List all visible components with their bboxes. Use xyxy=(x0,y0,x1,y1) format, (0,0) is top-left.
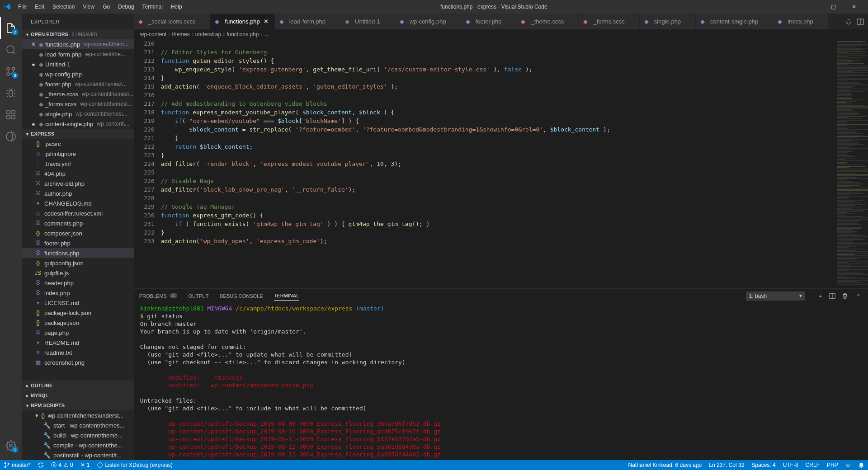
editor-tab[interactable]: ◆functions.php✕ xyxy=(210,14,274,29)
breadcrumb-segment[interactable]: themes xyxy=(172,31,189,38)
code-content[interactable]: // Editor Styles for Gutenbergfunction g… xyxy=(161,39,835,288)
menu-selection[interactable]: Selection xyxy=(49,2,78,12)
kill-terminal-icon[interactable] xyxy=(842,293,850,299)
editor-tab[interactable]: ◆_theme.scss✕ xyxy=(516,14,579,29)
editor-tab[interactable]: ◆_forms.scss✕ xyxy=(579,14,639,29)
file-tree-item[interactable]: ≡readme.txt xyxy=(22,348,134,357)
file-tree-item[interactable]: ▾CHANGELOG.md xyxy=(22,198,134,208)
git-branch-status[interactable]: master* xyxy=(0,460,34,470)
outline-header[interactable]: ▸ OUTLINE xyxy=(22,381,134,390)
cursor-position-status[interactable]: Ln 237, Col 32 xyxy=(705,462,748,468)
source-control-activity[interactable]: 8 xyxy=(0,61,22,82)
open-changes-icon[interactable] xyxy=(844,17,854,27)
file-tree-item[interactable]: ▦screenshot.png xyxy=(22,357,134,367)
npm-script-item[interactable]: 🔧build - wp-content/theme... xyxy=(22,430,134,440)
editor-tab[interactable]: ◆lead-form.php✕ xyxy=(275,14,340,29)
close-tab-icon[interactable]: ✕ xyxy=(263,18,270,25)
file-tree-item[interactable]: ◇.jshintignore xyxy=(22,149,134,159)
remote-activity[interactable] xyxy=(0,126,22,147)
git-blame-status[interactable]: Nathaniel Kinkead, 6 days ago xyxy=(624,462,705,468)
breadcrumb-segment[interactable]: understrap xyxy=(195,31,221,38)
close-icon[interactable]: ✕ xyxy=(30,41,37,48)
project-header[interactable]: ▾ EXPRESS xyxy=(22,129,134,139)
file-tree-item[interactable]: {}.jscsrc xyxy=(22,139,134,149)
file-tree-item[interactable]: !.travis.yml xyxy=(22,159,134,169)
mysql-header[interactable]: ▸ MYSQL xyxy=(22,390,134,400)
file-tree-item[interactable]: ▾LICENSE.md xyxy=(22,298,134,308)
code-editor[interactable]: 2102112122132142152162172182192202212222… xyxy=(134,39,868,288)
file-tree-item[interactable]: {}package.json xyxy=(22,318,134,328)
open-editor-item[interactable]: ◆lead-form.phpwp-content\the... xyxy=(22,49,134,59)
breadcrumb-segment[interactable]: functions.php xyxy=(226,31,259,38)
search-activity[interactable] xyxy=(0,39,22,61)
open-editor-item[interactable]: ◆content-single.phpwp-content\... xyxy=(22,119,134,129)
file-tree-item[interactable]: ⦿comments.php xyxy=(22,218,134,228)
file-tree-item[interactable]: ⦿functions.php xyxy=(22,248,134,258)
menu-view[interactable]: View xyxy=(79,2,98,12)
debug-console-tab[interactable]: DEBUG CONSOLE xyxy=(220,291,263,301)
open-editor-item[interactable]: ◆_theme.scsswp-content\themes\... xyxy=(22,89,134,99)
editor-tab[interactable]: ◆_social-icons.scss✕ xyxy=(134,14,211,29)
npm-script-item[interactable]: 🔧start - wp-content/themes... xyxy=(22,420,134,430)
output-tab[interactable]: OUTPUT xyxy=(188,291,208,301)
terminal-selector[interactable]: 1: bash xyxy=(746,291,805,301)
npm-script-item[interactable]: 🔧postinstall - wp-content/t... xyxy=(22,450,134,460)
breadcrumb-segment[interactable]: ... xyxy=(264,31,269,38)
open-editor-item[interactable]: ◆footer.phpwp-content\themes\... xyxy=(22,79,134,89)
menu-edit[interactable]: Edit xyxy=(31,2,48,12)
file-tree-item[interactable]: ⦿author.php xyxy=(22,188,134,198)
info-status[interactable]: ✕1 xyxy=(77,460,94,470)
eol-status[interactable]: CRLF xyxy=(802,462,823,468)
debug-activity[interactable] xyxy=(0,82,22,104)
minimize-button[interactable]: ─ xyxy=(802,0,823,14)
new-terminal-icon[interactable]: + xyxy=(816,293,825,299)
notifications-icon[interactable] xyxy=(854,462,868,468)
indent-status[interactable]: Spaces: 4 xyxy=(748,462,779,468)
npm-package[interactable]: ▾ {} wp-content\themes\underst... xyxy=(22,410,134,420)
open-editor-item[interactable]: ◆Untitled-1 xyxy=(22,59,134,69)
settings-activity[interactable]: 1 xyxy=(0,435,22,456)
file-tree-item[interactable]: {}composer.json xyxy=(22,228,134,238)
editor-tab[interactable]: ◆content-single.php✕ xyxy=(696,14,773,29)
sync-status[interactable] xyxy=(34,460,47,470)
minimap[interactable] xyxy=(835,39,868,288)
problems-tab[interactable]: PROBLEMS 4 xyxy=(139,291,178,301)
file-tree-item[interactable]: ⦿archive-old.php xyxy=(22,179,134,188)
file-tree-item[interactable]: {}gulpconfig.json xyxy=(22,258,134,268)
editor-tab[interactable]: ◆single.php✕ xyxy=(640,14,696,29)
file-tree-item[interactable]: ⦿header.php xyxy=(22,278,134,288)
terminal-tab[interactable]: TERMINAL xyxy=(274,291,299,301)
menu-go[interactable]: Go xyxy=(99,2,113,12)
extensions-activity[interactable] xyxy=(0,104,22,126)
explorer-activity[interactable]: 2 xyxy=(0,17,22,39)
breadcrumb[interactable]: wp-content›themes›understrap›functions.p… xyxy=(134,29,868,39)
maximize-button[interactable]: ▢ xyxy=(823,0,844,14)
problems-status[interactable]: ⓧ4 ⚠0 xyxy=(47,460,76,470)
split-editor-icon[interactable] xyxy=(855,17,865,27)
maximize-panel-icon[interactable]: ^ xyxy=(854,293,863,299)
open-editors-header[interactable]: ▾ OPEN EDITORS 2 UNSAVED xyxy=(22,29,134,39)
file-tree-item[interactable]: ▾README.md xyxy=(22,338,134,348)
npm-scripts-header[interactable]: ▾ NPM SCRIPTS xyxy=(22,400,134,410)
file-tree-item[interactable]: ◇codesniffer.ruleset.xml xyxy=(22,208,134,218)
editor-tab[interactable]: ◆Untitled-1 xyxy=(340,14,395,29)
open-editor-item[interactable]: ✕◆functions.phpwp-content\them... xyxy=(22,39,134,49)
open-editor-item[interactable]: ◆wp-config.php xyxy=(22,69,134,79)
open-editor-item[interactable]: ◆single.phpwp-content\themes\... xyxy=(22,109,134,119)
editor-tab[interactable]: ◆footer.php✕ xyxy=(461,14,517,29)
file-tree-item[interactable]: ⦿404.php xyxy=(22,169,134,179)
editor-tab[interactable]: ◆wp-config.php✕ xyxy=(395,14,461,29)
editor-tab[interactable]: ◆index.php✕ xyxy=(773,14,828,29)
file-tree-item[interactable]: JSgulpfile.js xyxy=(22,268,134,278)
menu-debug[interactable]: Debug xyxy=(114,2,137,12)
breadcrumb-segment[interactable]: wp-content xyxy=(140,31,167,38)
npm-script-item[interactable]: 🔧compile - wp-content/the... xyxy=(22,440,134,450)
xdebug-status[interactable]: Listen for XDebug (express) xyxy=(93,460,176,470)
encoding-status[interactable]: UTF-8 xyxy=(779,462,802,468)
open-editor-item[interactable]: ◆_forms.scsswp-content\themes\... xyxy=(22,99,134,109)
menu-file[interactable]: File xyxy=(14,2,30,12)
terminal-content[interactable]: kinkena@aztehpl683 MINGW64 /c/xampp/htdo… xyxy=(134,303,868,460)
file-tree-item[interactable]: ⦿footer.php xyxy=(22,238,134,248)
compare-changes-icon[interactable] xyxy=(832,17,842,27)
file-tree-item[interactable]: ⦿index.php xyxy=(22,288,134,298)
